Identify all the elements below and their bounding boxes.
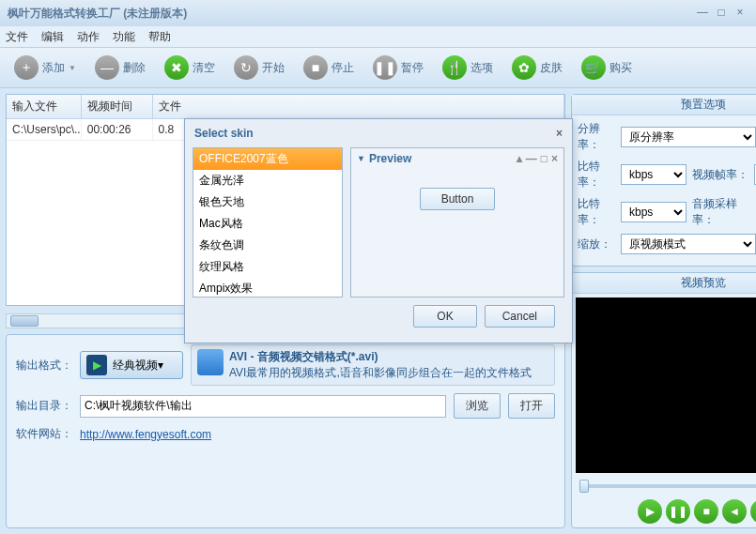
site-label: 软件网站： — [16, 426, 72, 442]
preview-close-icon[interactable]: × — [551, 152, 558, 165]
skin-item[interactable]: 银色天地 — [193, 191, 342, 213]
refresh-icon: ↻ — [234, 55, 258, 80]
preset-panel: 预置选项 分辨率：原分辨率 比特率：kbps 视频帧率：25.00 比特率：kb… — [571, 94, 756, 267]
menu-edit[interactable]: 编辑 — [41, 29, 64, 45]
col-size[interactable]: 文件 — [153, 95, 564, 118]
delete-button[interactable]: —删除 — [86, 51, 154, 84]
abitrate-select[interactable]: kbps — [621, 202, 687, 222]
ok-button[interactable]: OK — [413, 305, 476, 328]
player-controls: ▶ ❚❚ ■ ◄ ► 📷 ⛶ — [572, 496, 756, 527]
apple-icon: ✿ — [512, 55, 536, 80]
chevron-down-icon: ▼ — [69, 64, 76, 72]
skin-button[interactable]: ✿皮肤 — [503, 51, 571, 84]
skin-item[interactable]: 纹理风格 — [193, 256, 342, 278]
skin-preview-box: ▼ Preview ▴ — □ × Button — [350, 147, 564, 298]
vbitrate-select[interactable]: kbps — [621, 164, 687, 185]
menu-file[interactable]: 文件 — [6, 29, 28, 45]
dir-label: 输出目录： — [16, 398, 72, 414]
options-icon: 🍴 — [442, 55, 467, 80]
options-button[interactable]: 🍴选项 — [434, 51, 501, 84]
menu-function[interactable]: 功能 — [113, 29, 135, 45]
dialog-close-icon[interactable]: × — [556, 127, 563, 140]
skin-item[interactable]: 条纹色调 — [193, 235, 342, 256]
menu-help[interactable]: 帮助 — [148, 29, 171, 45]
play-button[interactable]: ▶ — [638, 499, 662, 524]
format-icon — [197, 349, 224, 375]
output-panel: 输出格式： ▶ 经典视频 ▾ AVI - 音频视频交错格式(*.avi) AVI… — [6, 334, 565, 528]
format-select[interactable]: ▶ 经典视频 ▾ — [80, 351, 183, 379]
start-button[interactable]: ↻开始 — [225, 51, 293, 84]
preview-min-icon[interactable]: — — [526, 152, 537, 165]
open-button[interactable]: 打开 — [508, 393, 555, 419]
browse-button[interactable]: 浏览 — [454, 393, 501, 419]
format-label: 输出格式： — [16, 358, 72, 374]
menu-bar: 文件 编辑 动作 功能 帮助 — [0, 26, 756, 47]
website-link[interactable]: http://www.fengyesoft.com — [80, 428, 211, 441]
toolbar: ＋添加▼ —删除 ✖清空 ↻开始 ■停止 ❚❚暂停 🍴选项 ✿皮肤 🛒购买 — [0, 47, 756, 88]
video-area — [576, 298, 756, 473]
chevron-down-icon: ▾ — [158, 359, 163, 372]
skin-item[interactable]: OFFICE2007蓝色 — [193, 148, 342, 170]
skin-item[interactable]: 金属光泽 — [193, 170, 342, 191]
close-icon[interactable]: × — [732, 6, 748, 21]
preview-sample-button[interactable]: Button — [420, 188, 496, 210]
stop-icon: ■ — [303, 55, 328, 80]
preview-max-icon[interactable]: □ — [541, 152, 548, 165]
zoom-select[interactable]: 原视频模式 — [621, 234, 756, 254]
select-skin-dialog: Select skin × OFFICE2007蓝色 金属光泽 银色天地 Mac… — [184, 118, 573, 343]
buy-button[interactable]: 🛒购买 — [573, 51, 640, 84]
col-file[interactable]: 输入文件 — [7, 95, 82, 118]
clear-icon: ✖ — [164, 55, 189, 80]
pause-button[interactable]: ❚❚暂停 — [364, 51, 432, 84]
menu-action[interactable]: 动作 — [77, 29, 100, 45]
add-button[interactable]: ＋添加▼ — [6, 51, 85, 84]
preview-up-icon[interactable]: ▴ — [517, 152, 522, 165]
seek-slider[interactable] — [579, 484, 756, 488]
pause-button[interactable]: ❚❚ — [666, 499, 690, 524]
format-description: AVI - 音频视频交错格式(*.avi) AVI最常用的视频格式,语音和影像同… — [191, 344, 555, 386]
stop-button[interactable]: ■停止 — [295, 51, 363, 84]
chevron-down-icon: ▼ — [357, 154, 365, 163]
next-button[interactable]: ► — [750, 499, 756, 524]
video-preview-panel: 视频预览 ▶ ❚❚ ■ ◄ ► 📷 ⛶ — [571, 272, 756, 528]
pause-icon: ❚❚ — [373, 55, 397, 80]
skin-list[interactable]: OFFICE2007蓝色 金属光泽 银色天地 Mac风格 条纹色调 纹理风格 A… — [193, 147, 343, 298]
title-bar: 枫叶万能格式转换工厂 (未注册版本) — □ × — [0, 0, 756, 26]
skin-item[interactable]: Mac风格 — [193, 213, 342, 235]
plus-icon: ＋ — [14, 55, 39, 80]
stop-button[interactable]: ■ — [694, 499, 718, 524]
preview-label: Preview — [369, 152, 411, 165]
play-icon: ▶ — [86, 355, 107, 375]
preview-title: 视频预览 — [572, 273, 756, 294]
output-dir-input[interactable] — [80, 395, 446, 418]
minimize-icon[interactable]: — — [694, 6, 711, 21]
cancel-button[interactable]: Cancel — [485, 305, 555, 328]
dialog-title: Select skin — [194, 127, 254, 140]
skin-item[interactable]: Ampix效果 — [193, 278, 342, 298]
col-time[interactable]: 视频时间 — [82, 95, 153, 118]
preset-title: 预置选项 — [572, 95, 756, 115]
minus-icon: — — [95, 55, 119, 80]
maximize-icon[interactable]: □ — [713, 6, 730, 21]
window-title: 枫叶万能格式转换工厂 (未注册版本) — [8, 6, 692, 22]
prev-button[interactable]: ◄ — [722, 499, 747, 524]
cart-icon: 🛒 — [581, 55, 606, 80]
resolution-select[interactable]: 原分辨率 — [621, 127, 756, 147]
clear-button[interactable]: ✖清空 — [156, 51, 224, 84]
